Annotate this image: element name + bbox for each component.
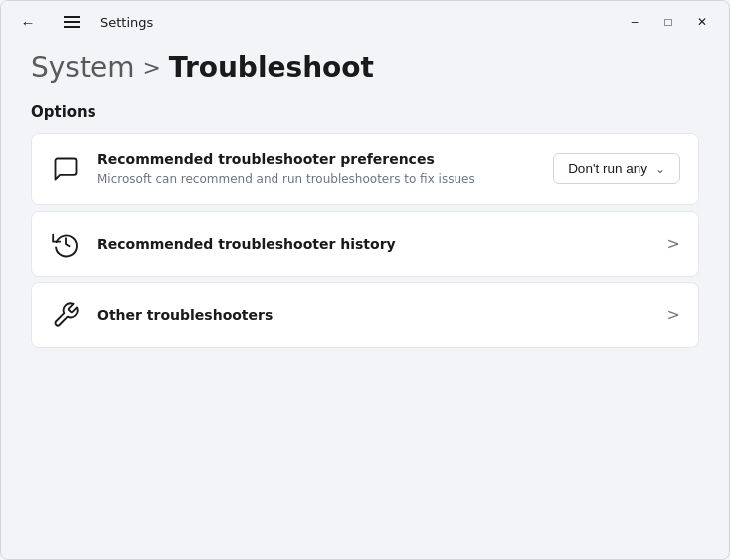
window-title: Settings	[100, 15, 153, 30]
preferences-title: Recommended troubleshooter preferences	[97, 150, 537, 168]
breadcrumb-separator: >	[142, 55, 160, 80]
dont-run-any-dropdown[interactable]: Don't run any ⌄	[553, 153, 680, 184]
history-content: Recommended troubleshooter history	[97, 235, 651, 253]
back-button[interactable]: ←	[13, 7, 43, 37]
title-bar-controls: – □ ✕	[620, 7, 717, 37]
hamburger-icon	[64, 16, 80, 28]
chat-icon	[50, 153, 82, 185]
other-title: Other troubleshooters	[97, 306, 651, 324]
close-icon: ✕	[697, 15, 707, 29]
breadcrumb-system: System	[31, 51, 134, 84]
window: ← Settings – □ ✕	[0, 0, 730, 560]
back-icon: ←	[21, 14, 36, 31]
dropdown-value: Don't run any	[568, 161, 647, 176]
other-content: Other troubleshooters	[97, 306, 651, 324]
card-inner-other: Other troubleshooters >	[32, 283, 698, 347]
history-action: >	[667, 234, 680, 253]
title-bar: ← Settings – □ ✕	[1, 1, 729, 41]
wrench-icon	[50, 299, 82, 331]
preferences-action: Don't run any ⌄	[553, 153, 680, 184]
main-content: System > Troubleshoot Options Recommende…	[1, 41, 729, 559]
chevron-down-icon: ⌄	[655, 162, 665, 176]
close-button[interactable]: ✕	[687, 7, 717, 37]
hamburger-button[interactable]	[57, 7, 87, 37]
chevron-right-icon: >	[667, 234, 680, 253]
breadcrumb-current: Troubleshoot	[169, 51, 374, 84]
breadcrumb: System > Troubleshoot	[31, 51, 699, 84]
preferences-desc: Microsoft can recommend and run troubles…	[97, 171, 537, 188]
card-inner-preferences: Recommended troubleshooter preferences M…	[32, 134, 698, 204]
other-action: >	[667, 305, 680, 324]
title-bar-left: ← Settings	[13, 7, 153, 37]
minimize-icon: –	[632, 15, 639, 29]
other-troubleshooters-card[interactable]: Other troubleshooters >	[31, 282, 699, 348]
recommended-history-card[interactable]: Recommended troubleshooter history >	[31, 211, 699, 277]
card-inner-history: Recommended troubleshooter history >	[32, 212, 698, 276]
history-icon	[50, 228, 82, 260]
maximize-icon: □	[664, 15, 671, 29]
maximize-button[interactable]: □	[653, 7, 683, 37]
minimize-button[interactable]: –	[620, 7, 649, 37]
preferences-content: Recommended troubleshooter preferences M…	[97, 150, 537, 188]
options-heading: Options	[31, 103, 699, 121]
chevron-right-icon-2: >	[667, 305, 680, 324]
history-title: Recommended troubleshooter history	[97, 235, 651, 253]
recommended-preferences-card: Recommended troubleshooter preferences M…	[31, 133, 699, 205]
